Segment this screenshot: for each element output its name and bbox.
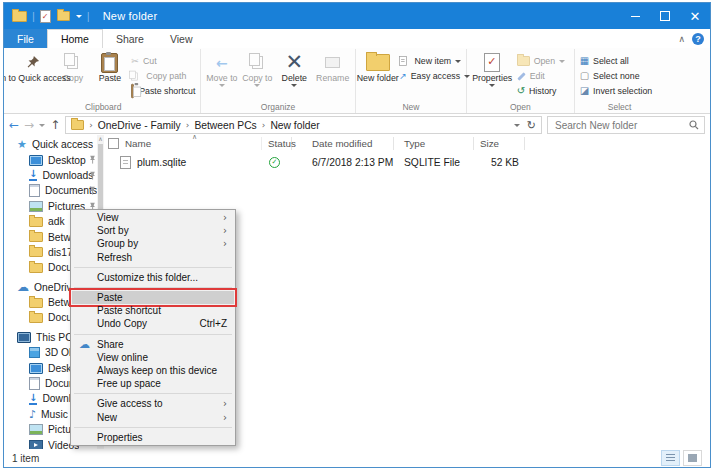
menu-item-paste[interactable]: Paste [72,291,234,304]
sync-status-icon: ✓ [269,157,280,168]
monitor-icon [29,155,43,166]
copy-pages-icon [67,52,78,73]
menu-item-refresh[interactable]: Refresh [72,251,234,264]
menu-item-always-keep-on-this-device[interactable]: Always keep on this device [72,364,234,377]
menu-item-sort-by[interactable]: Sort by› [72,224,234,237]
status-bar: 1 item [4,449,710,467]
properties-button[interactable]: ✓ Properties [472,50,512,102]
select-none-button[interactable]: ▢Select none [580,69,660,83]
refresh-icon[interactable]: ↻ [527,119,536,132]
breadcrumb-segment-between-pcs[interactable]: Between PCs [194,120,256,131]
sidebar-item-downloads[interactable]: ↓Downloads [4,168,104,183]
menu-item-properties[interactable]: Properties [72,431,234,444]
forward-button[interactable]: → [24,118,34,132]
menu-item-free-up-space[interactable]: Free up space [72,377,234,390]
move-to-button[interactable]: ← Move to [206,50,237,102]
menu-item-paste-shortcut[interactable]: Paste shortcut [72,304,234,317]
ribbon: Pin to Quick access Copy Paste ✂Cut Copy… [4,48,710,114]
column-header-type[interactable]: Type [394,137,474,150]
explorer-window: | ✓ | New folder ✕ File Home Share View … [3,2,711,468]
move-to-icon: ← [216,52,228,73]
history-button[interactable]: ↺History [517,84,569,98]
maximize-button[interactable] [650,3,680,29]
address-box[interactable]: › OneDrive - Family › Between PCs › New … [65,116,542,134]
monitor-icon [29,363,43,374]
open-folder-icon [517,56,530,66]
search-box[interactable] [547,116,705,134]
easy-access-button[interactable]: ↗Easy access [399,69,461,83]
menu-separator [74,427,232,428]
submenu-chevron-icon: › [223,212,227,223]
folder-icon [29,217,43,227]
menu-item-view-online[interactable]: View online [72,351,234,364]
menu-item-group-by[interactable]: Group by› [72,237,234,250]
tab-home[interactable]: Home [47,29,103,48]
group-label-select: Select [575,102,665,112]
search-input[interactable] [553,119,689,132]
breadcrumb-segment-new-folder[interactable]: New folder [270,120,319,131]
address-dropdown-caret-icon[interactable] [514,124,520,127]
menu-item-give-access-to[interactable]: Give access to› [72,397,234,410]
file-row-plum-sqlite[interactable]: plum.sqlite ✓ 6/7/2018 2:13 PM SQLITE Fi… [104,154,710,170]
breadcrumb-folder-icon [71,120,84,130]
breadcrumb-segment-onedrive-family[interactable]: OneDrive - Family [98,120,181,131]
thumbnails-view-icon [688,454,697,462]
app-folder-icon [12,11,27,22]
paste-button[interactable]: Paste [93,50,127,102]
tab-share[interactable]: Share [103,29,157,48]
tab-file[interactable]: File [4,29,47,48]
collapse-ribbon-icon[interactable]: ∧ [678,34,685,44]
group-label-open: Open [467,102,573,112]
new-item-button[interactable]: New item [399,54,461,68]
folder-icon [29,247,43,257]
qat-customize-caret-icon[interactable] [76,15,82,18]
menu-item-new[interactable]: New› [72,410,234,423]
recent-locations-caret-icon[interactable] [39,124,45,127]
back-button[interactable]: ← [9,118,19,132]
onedrive-cloud-icon: ☁ [79,338,90,351]
qat-new-folder-icon[interactable] [57,11,70,21]
cut-button[interactable]: ✂Cut [131,54,195,68]
file-type: SQLITE File [394,157,474,168]
select-all-checkbox[interactable] [108,138,119,149]
column-header-date-modified[interactable]: Date modified [292,137,394,150]
details-view-button[interactable] [661,450,680,466]
easy-access-icon: ↗ [399,72,407,81]
minimize-icon [631,16,640,17]
minimize-button[interactable] [620,3,650,29]
qat-properties-icon[interactable]: ✓ [40,10,51,23]
menu-item-view[interactable]: View› [72,211,234,224]
column-header-name[interactable]: Name [104,137,262,150]
thumbnails-view-button[interactable] [683,450,702,466]
up-button[interactable]: ↑ [50,118,60,132]
copy-to-button[interactable]: Copy to [242,50,273,102]
edit-button[interactable]: Edit [517,69,569,83]
rename-button[interactable]: Rename [316,50,350,102]
sidebar-item-documents[interactable]: Documents [4,183,104,198]
copy-button[interactable]: Copy [57,50,88,102]
menu-item-undo-copy[interactable]: Undo CopyCtrl+Z [72,317,234,330]
submenu-chevron-icon: › [223,398,227,409]
select-all-button[interactable]: ▦Select all [580,54,660,68]
menu-item-customize-this-folder[interactable]: Customize this folder... [72,271,234,284]
copy-path-button[interactable]: Copy path [131,69,195,83]
help-button[interactable]: ? [692,33,704,45]
sidebar-item-quick-access[interactable]: ★Quick access [4,137,104,152]
column-header-size[interactable]: Size [474,137,525,150]
invert-selection-button[interactable]: ◪Invert selection [580,84,660,98]
new-folder-button[interactable]: New folder [361,50,395,102]
select-all-icon: ▦ [580,56,589,66]
copy-path-icon [131,72,138,80]
menu-item-share[interactable]: ☁Share [72,338,234,351]
close-button[interactable]: ✕ [680,3,710,29]
scrollbar-up-icon[interactable]: ∧ [97,135,104,142]
delete-button[interactable]: ✕ Delete [277,50,311,102]
open-button[interactable]: Open [517,54,569,68]
tab-view[interactable]: View [157,29,206,48]
search-magnifier-icon [689,116,699,134]
paste-shortcut-button[interactable]: Paste shortcut [131,84,195,98]
column-header-status[interactable]: Status [262,137,292,150]
pin-to-quick-access-button[interactable]: Pin to Quick access [11,50,53,102]
sidebar-item-desktop[interactable]: Desktop [4,152,104,167]
window-title: New folder [103,10,158,22]
